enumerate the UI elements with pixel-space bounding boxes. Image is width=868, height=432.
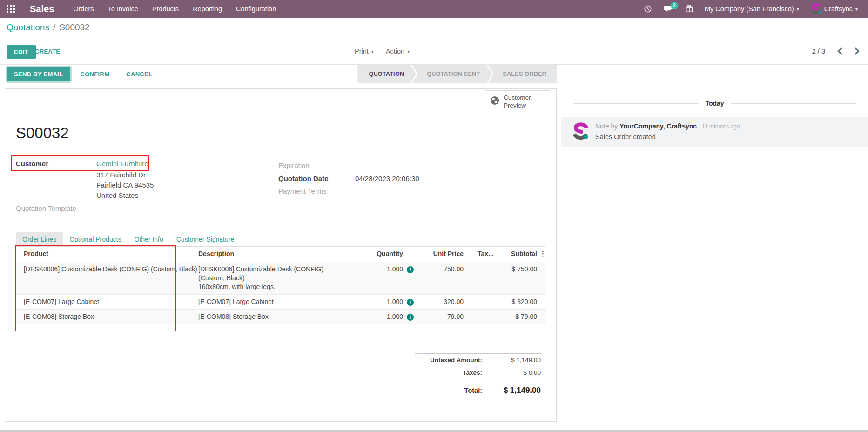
pager-previous-icon[interactable] bbox=[837, 47, 842, 55]
day-divider: Today bbox=[573, 100, 856, 107]
tab-customer-signature[interactable]: Customer Signature bbox=[170, 232, 241, 246]
message-avatar bbox=[571, 122, 589, 141]
pager-count: 2 / 3 bbox=[812, 47, 825, 55]
cell-unit-price: 79.00 bbox=[417, 312, 464, 321]
untaxed-amount-row: Untaxed Amount: $ 1,149.00 bbox=[415, 354, 542, 366]
sheet-button-box: Customer Preview bbox=[5, 89, 556, 115]
send-by-email-button[interactable]: SEND BY EMAIL bbox=[7, 67, 70, 81]
cell-subtotal: $ 320.00 bbox=[493, 297, 537, 306]
cell-product: [DESK0006] Customizable Desk (CONFIG) (C… bbox=[16, 265, 198, 274]
pager-next-icon[interactable] bbox=[855, 47, 860, 55]
address-city: Fairfield CA 94535 bbox=[96, 181, 154, 189]
customer-field-label: Customer bbox=[16, 160, 48, 168]
menu-products[interactable]: Products bbox=[145, 0, 186, 18]
cancel-button[interactable]: CANCEL bbox=[120, 68, 159, 81]
notebook-tabs: Order Lines Optional Products Other Info… bbox=[16, 232, 545, 247]
info-icon[interactable]: i bbox=[407, 314, 414, 321]
header-quantity: Quantity bbox=[359, 250, 403, 257]
cell-subtotal: $ 79.00 bbox=[493, 312, 537, 321]
globe-icon bbox=[490, 96, 499, 107]
cell-quantity: 1.000 bbox=[359, 297, 403, 306]
payment-terms-label: Payment Terms bbox=[278, 187, 327, 195]
messages-icon[interactable]: 2 bbox=[660, 5, 677, 13]
customer-preview-button[interactable]: Customer Preview bbox=[485, 90, 550, 112]
cell-quantity: 1.000 bbox=[359, 265, 403, 274]
table-row[interactable]: [E-COM07] Large Cabinet [E-COM07] Large … bbox=[16, 295, 546, 310]
cell-unit-price: 750.00 bbox=[417, 265, 464, 274]
cell-subtotal: $ 750.00 bbox=[493, 265, 537, 274]
header-product: Product bbox=[16, 250, 198, 257]
print-dropdown[interactable]: Print ▾ bbox=[355, 47, 374, 55]
breadcrumb: Quotations / S00032 bbox=[0, 18, 868, 37]
pager: 2 / 3 bbox=[812, 47, 860, 55]
state-sales-order[interactable]: SALES ORDER bbox=[488, 65, 557, 83]
company-switcher[interactable]: My Company (San Francisco) ▾ bbox=[702, 5, 802, 13]
form-sheet: Customer Preview S00032 Customer Gemini … bbox=[5, 88, 557, 422]
header-subtotal: Subtotal bbox=[493, 250, 537, 257]
gift-icon[interactable] bbox=[681, 5, 697, 13]
user-avatar bbox=[809, 3, 821, 15]
day-divider-label: Today bbox=[705, 100, 724, 107]
chevron-down-icon: ▾ bbox=[407, 49, 410, 54]
confirm-button[interactable]: CONFIRM bbox=[74, 68, 116, 81]
chevron-down-icon: ▾ bbox=[371, 49, 374, 54]
order-lines-table: Product Description Quantity Unit Price … bbox=[16, 247, 546, 324]
totals-block: Untaxed Amount: $ 1,149.00 Taxes: $ 0.00… bbox=[415, 353, 542, 398]
activities-clock-icon[interactable] bbox=[640, 5, 656, 13]
cell-description: [DESK0006] Customizable Desk (CONFIG) (C… bbox=[198, 265, 359, 291]
quotation-date-label: Quotation Date bbox=[278, 175, 329, 182]
cell-unit-price: 320.00 bbox=[417, 297, 464, 306]
top-navbar: Sales Orders To Invoice Products Reporti… bbox=[0, 0, 868, 18]
breadcrumb-separator: / bbox=[53, 22, 55, 33]
control-panel: EDIT CREATE Print ▾ Action ▾ 2 / 3 bbox=[0, 37, 868, 64]
quotation-template-label: Quotation Template bbox=[16, 204, 76, 212]
order-lines-body: [DESK0006] Customizable Desk (CONFIG) (C… bbox=[16, 262, 546, 324]
apps-grid-icon[interactable] bbox=[0, 5, 21, 13]
tab-order-lines[interactable]: Order Lines bbox=[16, 232, 63, 246]
chatter-panel: Send message Log note Schedule activity … bbox=[561, 64, 868, 432]
menu-to-invoice[interactable]: To Invoice bbox=[101, 0, 145, 18]
customer-field-value[interactable]: Gemini Furniture bbox=[96, 160, 148, 168]
tab-optional-products[interactable]: Optional Products bbox=[63, 232, 128, 246]
tab-other-info[interactable]: Other Info bbox=[128, 232, 169, 246]
cell-product: [E-COM07] Large Cabinet bbox=[16, 297, 198, 306]
user-menu[interactable]: Craftsync ▾ bbox=[807, 3, 861, 15]
expiration-label: Expiration bbox=[278, 162, 310, 169]
chevron-down-icon: ▾ bbox=[797, 7, 799, 12]
table-row[interactable]: [DESK0006] Customizable Desk (CONFIG) (C… bbox=[16, 262, 546, 295]
address-street: 317 Fairchild Dr bbox=[96, 171, 146, 179]
statusbar: QUOTATION QUOTATION SENT SALES ORDER bbox=[357, 65, 557, 83]
order-title: S00032 bbox=[16, 124, 69, 142]
breadcrumb-current: S00032 bbox=[59, 22, 90, 33]
create-button[interactable]: CREATE bbox=[35, 48, 60, 55]
chatter-message: Note by YourCompany, Craftsync - 11 minu… bbox=[561, 117, 868, 147]
menu-reporting[interactable]: Reporting bbox=[186, 0, 229, 18]
message-author[interactable]: YourCompany, Craftsync bbox=[619, 122, 697, 130]
chevron-down-icon: ▾ bbox=[855, 7, 858, 12]
breadcrumb-quotations[interactable]: Quotations bbox=[7, 22, 49, 33]
cell-product: [E-COM08] Storage Box bbox=[16, 312, 198, 321]
table-row[interactable]: [E-COM08] Storage Box [E-COM08] Storage … bbox=[16, 310, 546, 324]
menu-configuration[interactable]: Configuration bbox=[229, 0, 283, 18]
message-body: Sales Order created bbox=[595, 133, 740, 141]
order-lines-header: Product Description Quantity Unit Price … bbox=[16, 247, 546, 262]
info-icon[interactable]: i bbox=[407, 299, 414, 306]
status-band: SEND BY EMAIL CONFIRM CANCEL QUOTATION Q… bbox=[0, 64, 868, 83]
table-options-icon[interactable]: ⋮ bbox=[539, 250, 546, 257]
message-header: Note by YourCompany, Craftsync - 11 minu… bbox=[595, 122, 740, 130]
cell-quantity: 1.000 bbox=[359, 312, 403, 321]
quotation-date-value: 04/28/2023 20:06:30 bbox=[355, 175, 419, 182]
state-quotation[interactable]: QUOTATION bbox=[357, 65, 416, 83]
bottom-scroll-strip bbox=[0, 430, 868, 432]
menu-orders[interactable]: Orders bbox=[66, 0, 101, 18]
action-dropdown[interactable]: Action ▾ bbox=[386, 47, 410, 55]
taxes-row: Taxes: $ 0.00 bbox=[415, 366, 542, 379]
info-icon[interactable]: i bbox=[407, 266, 414, 273]
message-count-badge: 2 bbox=[671, 2, 678, 9]
edit-button[interactable]: EDIT bbox=[7, 45, 36, 59]
total-row: Total: $ 1,149.00 bbox=[415, 381, 542, 398]
state-quotation-sent[interactable]: QUOTATION SENT bbox=[412, 65, 492, 83]
header-tax: Tax... bbox=[464, 250, 493, 257]
app-name[interactable]: Sales bbox=[30, 4, 54, 14]
cell-description: [E-COM07] Large Cabinet bbox=[198, 297, 359, 306]
